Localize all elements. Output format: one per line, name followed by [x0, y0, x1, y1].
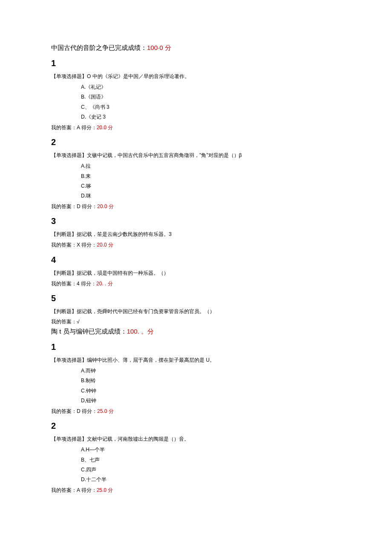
question-number: 4: [51, 253, 341, 267]
answer-text: 我的答案：4 得分：: [51, 281, 96, 287]
my-answer: 我的答案：D 得分：25.0 分: [51, 407, 341, 416]
section-score: 100·0 分: [147, 44, 171, 51]
answer-text: 我的答案：X 得分：: [51, 242, 97, 248]
question-stem: 【单项选择题】编钟中比照小、薄，屈于高音，摆在架子最高层的是 U。: [51, 356, 341, 364]
option: A.H—个半: [81, 446, 341, 454]
section-title: 陶 t 员与编钟已完成成绩：100. 。分: [51, 326, 341, 337]
my-answer: 我的答案：4 得分：20. . 分: [51, 280, 341, 288]
question-number: 3: [51, 214, 341, 228]
answer-score: 25.0 分: [97, 408, 114, 414]
my-answer: 我的答案：D 得分：20.0 分: [51, 203, 341, 211]
my-answer: 我的答案：X 得分：20.0 分: [51, 241, 341, 249]
question-stem: 【单项选择题】文献中记载，河南殷墟出土的陶堀是（）音。: [51, 435, 341, 443]
options: A.H—个半 B、七声 C.四声 D.十二个半: [81, 446, 341, 484]
my-answer: 我的答案：A 得分：25.0 分: [51, 486, 341, 494]
option: C、《尚书 3: [81, 103, 341, 111]
options: A.拉 B.来 C.哆 D.咪: [81, 162, 341, 200]
answer-text: 我的答案：D 得分：: [51, 408, 97, 414]
section-title-text: 中国古代的音阶之争已完成成绩：: [51, 44, 147, 51]
my-answer: 我的答案：√: [51, 318, 341, 325]
answer-text: 我的答案：D 得分：: [51, 203, 97, 209]
answer-score: 20.0 分: [97, 203, 114, 209]
option: D.咪: [81, 192, 341, 200]
answer-text: 我的答案：A 得分：: [51, 125, 97, 131]
option: B.来: [81, 172, 341, 180]
answer-score: 25.0 分: [97, 487, 113, 493]
option: D.十二个半: [81, 476, 341, 484]
question-number: 1: [51, 56, 341, 70]
option: A.拉: [81, 162, 341, 170]
question-stem: 【判断题】据记载，尧舜时代中国已经有专门负资掌管音乐的官员。（）: [51, 308, 341, 315]
question-stem: 【判断题】据记载，埙是中国特有的一种乐器。（）: [51, 269, 341, 277]
question-stem: 【单项选择题】文镞中记载，中国古代音乐中的五音宫商角徵羽，"角"对应的是（）β: [51, 151, 341, 160]
answer-text: 我的答案：√: [51, 319, 80, 325]
option: B、七声: [81, 456, 341, 464]
option: C.四声: [81, 466, 341, 474]
options: A.《礼记》 B.《国语》 C、《尚书 3 D.《史记 3: [81, 83, 341, 121]
question-number: 2: [51, 419, 341, 433]
option: B.《国语》: [81, 93, 341, 101]
option: C.钟钟: [81, 387, 341, 395]
option: A.《礼记》: [81, 83, 341, 91]
question-stem: 【判断题】据记载，笙是云南少数民族的特有乐器。3: [51, 230, 341, 238]
option: A.而钟: [81, 367, 341, 375]
question-number: 2: [51, 135, 341, 149]
answer-text: 我的答案：A 得分：: [51, 487, 97, 493]
answer-score: 20.0 分: [97, 242, 113, 248]
answer-score: 20.0 分: [97, 125, 113, 131]
question-stem: 【单项选择题】O 中的《乐记》是中国／早的音乐理论著作。: [51, 73, 341, 81]
answer-score: 20. . 分: [96, 281, 113, 287]
question-number: 5: [51, 291, 341, 305]
section-title-text: 陶 t 员与编钟已完成成绩：: [51, 328, 127, 335]
option: D.《史记 3: [81, 113, 341, 121]
my-answer: 我的答案：A 得分：20.0 分: [51, 124, 341, 132]
section-title: 中国古代的音阶之争已完成成绩：100·0 分: [51, 43, 341, 53]
question-number: 1: [51, 340, 341, 354]
options: A.而钟 B.制铃 C.钟钟 D,钮钟: [81, 367, 341, 405]
option: B.制铃: [81, 377, 341, 385]
option: D,钮钟: [81, 397, 341, 405]
section-score: 100. 。分: [127, 328, 154, 335]
option: C.哆: [81, 182, 341, 190]
